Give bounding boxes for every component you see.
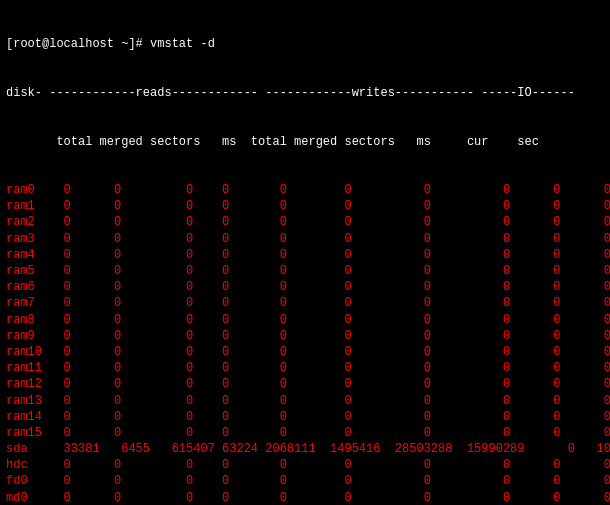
header1-text: disk- ------------reads------------ ----… (6, 86, 575, 100)
table-row: ram3 0 0 0 0 0 0 0 0 0 0 (6, 231, 604, 247)
table-row: ram0 0 0 0 0 0 0 0 0 0 0 (6, 182, 604, 198)
data-rows: ram0 0 0 0 0 0 0 0 0 0 0ram1 0 0 0 0 0 0… (6, 182, 604, 505)
table-row: ram5 0 0 0 0 0 0 0 0 0 0 (6, 263, 604, 279)
table-row: md0 0 0 0 0 0 0 0 0 0 0 (6, 490, 604, 505)
table-row: ram1 0 0 0 0 0 0 0 0 0 0 (6, 198, 604, 214)
table-row: ram8 0 0 0 0 0 0 0 0 0 0 (6, 312, 604, 328)
table-row: ram11 0 0 0 0 0 0 0 0 0 0 (6, 360, 604, 376)
table-row: ram6 0 0 0 0 0 0 0 0 0 0 (6, 279, 604, 295)
header-line-2: total merged sectors ms total merged sec… (6, 134, 604, 150)
table-row: sda 33381 6455 615407 63224 2068111 1495… (6, 441, 604, 457)
table-row: ram12 0 0 0 0 0 0 0 0 0 0 (6, 376, 604, 392)
header2-text: total merged sectors ms total merged sec… (6, 135, 539, 149)
header-line-1: disk- ------------reads------------ ----… (6, 85, 604, 101)
command-line: [root@localhost ~]# vmstat -d (6, 36, 604, 52)
table-row: ram2 0 0 0 0 0 0 0 0 0 0 (6, 214, 604, 230)
table-row: fd0 0 0 0 0 0 0 0 0 0 0 (6, 473, 604, 489)
table-row: ram9 0 0 0 0 0 0 0 0 0 0 (6, 328, 604, 344)
prompt-command: [root@localhost ~]# vmstat -d (6, 37, 215, 51)
terminal: [root@localhost ~]# vmstat -d disk- ----… (6, 4, 604, 505)
table-row: ram4 0 0 0 0 0 0 0 0 0 0 (6, 247, 604, 263)
table-row: ram14 0 0 0 0 0 0 0 0 0 0 (6, 409, 604, 425)
table-row: ram10 0 0 0 0 0 0 0 0 0 0 (6, 344, 604, 360)
table-row: ram15 0 0 0 0 0 0 0 0 0 0 (6, 425, 604, 441)
table-row: hdc 0 0 0 0 0 0 0 0 0 0 (6, 457, 604, 473)
table-row: ram7 0 0 0 0 0 0 0 0 0 0 (6, 295, 604, 311)
table-row: ram13 0 0 0 0 0 0 0 0 0 0 (6, 393, 604, 409)
